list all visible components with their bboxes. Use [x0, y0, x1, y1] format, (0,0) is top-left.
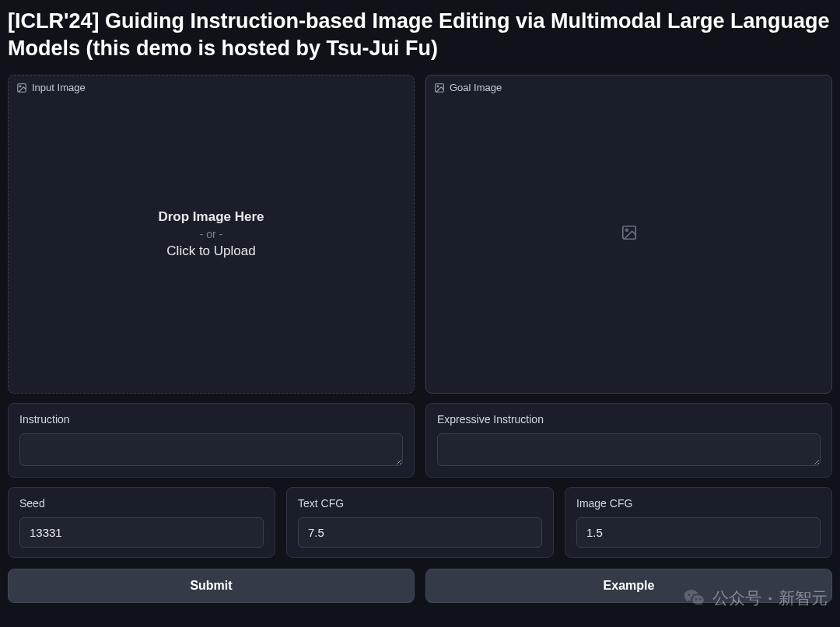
input-image-label: Input Image	[32, 82, 86, 93]
drop-or-text: - or -	[158, 228, 264, 240]
svg-point-3	[437, 86, 439, 87]
image-cfg-label: Image CFG	[576, 497, 821, 510]
expressive-instruction-input[interactable]	[437, 433, 821, 466]
image-placeholder-icon	[621, 224, 638, 241]
params-row: Seed Text CFG Image CFG	[8, 487, 832, 558]
button-row: Submit Example	[8, 569, 832, 603]
drop-text: Drop Image Here	[158, 209, 264, 225]
seed-label: Seed	[19, 497, 264, 510]
image-panels-row: Input Image Drop Image Here - or - Click…	[8, 75, 832, 394]
example-button[interactable]: Example	[425, 569, 832, 603]
seed-block: Seed	[8, 487, 275, 558]
input-image-dropzone[interactable]: Input Image Drop Image Here - or - Click…	[8, 75, 415, 394]
seed-input[interactable]	[19, 517, 264, 548]
instruction-block: Instruction	[8, 403, 415, 478]
text-cfg-label: Text CFG	[298, 497, 542, 510]
goal-image-placeholder	[621, 224, 638, 244]
text-cfg-block: Text CFG	[286, 487, 554, 558]
image-cfg-block: Image CFG	[565, 487, 832, 558]
dropzone-content: Drop Image Here - or - Click to Upload	[158, 209, 264, 259]
instruction-row: Instruction Expressive Instruction	[8, 403, 832, 478]
image-cfg-input[interactable]	[576, 517, 821, 548]
submit-button[interactable]: Submit	[8, 569, 415, 603]
image-icon	[434, 82, 445, 93]
goal-image-header: Goal Image	[434, 82, 502, 93]
goal-image-label: Goal Image	[450, 82, 502, 93]
goal-image-panel[interactable]: Goal Image	[425, 75, 832, 394]
page-title: [ICLR'24] Guiding Instruction-based Imag…	[8, 8, 832, 62]
image-icon	[16, 82, 27, 93]
instruction-input[interactable]	[19, 433, 403, 466]
instruction-label: Instruction	[19, 413, 403, 426]
click-upload-text: Click to Upload	[158, 243, 264, 259]
input-image-header: Input Image	[16, 82, 86, 93]
expressive-instruction-label: Expressive Instruction	[437, 413, 821, 426]
svg-point-1	[19, 86, 21, 87]
text-cfg-input[interactable]	[298, 517, 542, 548]
expressive-instruction-block: Expressive Instruction	[425, 403, 832, 478]
svg-point-5	[625, 229, 628, 232]
